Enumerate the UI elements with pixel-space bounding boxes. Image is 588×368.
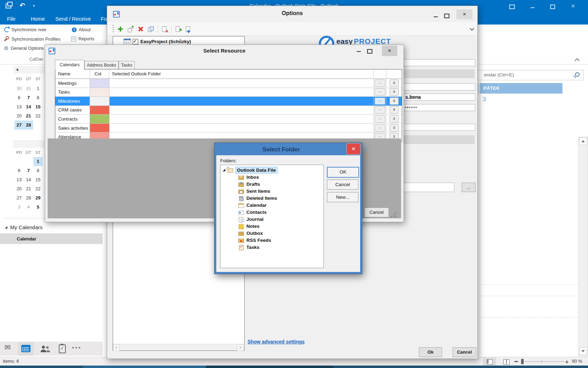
calendar-day[interactable]: 20 [14, 184, 24, 193]
add-icon[interactable] [117, 26, 124, 33]
resource-color-cell[interactable] [90, 115, 110, 123]
calendar-day[interactable]: 8 [33, 93, 43, 102]
maximize-icon[interactable] [550, 5, 555, 9]
browse-button[interactable]: ... [374, 97, 385, 105]
zoom-in-icon[interactable]: + [565, 359, 568, 365]
browse-button[interactable]: ... [374, 106, 385, 114]
browse-button[interactable]: ... [374, 124, 385, 132]
calendar-day[interactable]: 7 [24, 166, 33, 175]
resize-grip[interactable] [395, 212, 396, 213]
new-button[interactable]: New... [327, 192, 358, 202]
prev-month-icon[interactable] [16, 68, 18, 71]
ribbon-display-icon[interactable] [509, 5, 515, 9]
resource-folder-cell[interactable] [110, 106, 374, 115]
reports-button[interactable]: Reports [71, 36, 94, 41]
advanced-settings-link[interactable]: Show advanced settings [247, 339, 304, 345]
resource-folder-cell[interactable] [110, 97, 374, 105]
calendar-day[interactable]: 15 [33, 102, 43, 111]
remove-button[interactable]: x [390, 97, 399, 105]
ok-button[interactable]: OK [327, 167, 359, 178]
maximize-icon[interactable] [367, 49, 372, 54]
minimize-icon[interactable] [531, 7, 534, 8]
calendar-day[interactable]: 7 [24, 93, 33, 102]
tree-item[interactable]: Drafts [220, 180, 323, 188]
resource-folder-cell[interactable] [110, 88, 374, 97]
calendar-day[interactable]: 5 [33, 203, 43, 212]
cancel-button[interactable]: Cancel [327, 179, 358, 190]
tree-item[interactable]: Journal [220, 216, 323, 223]
tree-item[interactable]: Tasks [220, 244, 323, 251]
more-icon[interactable]: ••• [72, 345, 82, 350]
resource-row[interactable]: Contracts...x [55, 115, 402, 124]
copy-icon[interactable] [147, 26, 154, 33]
calendar-day[interactable] [24, 157, 33, 166]
tree-item[interactable]: Contacts [220, 209, 323, 216]
calendar-day[interactable]: 13 [14, 175, 24, 184]
tree-item[interactable]: Sent Items [220, 188, 323, 195]
tree-item[interactable]: RSS Feeds [220, 237, 323, 244]
delete-list-icon[interactable] [161, 26, 168, 33]
resource-folder-cell[interactable] [110, 115, 374, 123]
reading-view-icon[interactable] [503, 359, 510, 364]
calendar-day[interactable]: 21 [24, 184, 33, 193]
column-col[interactable]: Col [90, 69, 109, 79]
tab-address-books[interactable]: Address Books [84, 61, 119, 70]
resource-row[interactable]: Milestones...x [55, 97, 402, 106]
calendar-day[interactable]: 4 [24, 203, 33, 212]
delete-icon[interactable] [137, 26, 144, 33]
resource-folder-cell[interactable] [110, 79, 374, 88]
calendar-day[interactable] [33, 121, 43, 130]
tab-calendars[interactable]: Calendars [55, 60, 84, 70]
resource-row[interactable]: Sales activities...x [55, 124, 402, 133]
my-calendars-header[interactable]: My Calendars [5, 224, 43, 230]
calendar-day[interactable]: 6 [14, 166, 24, 175]
calendar-day[interactable]: 15 [33, 175, 43, 184]
calendar-day[interactable]: 28 [24, 193, 33, 203]
remove-button[interactable]: x [390, 124, 399, 132]
zoom-slider-handle[interactable] [521, 359, 524, 364]
resource-folder-cell[interactable] [110, 124, 374, 132]
profiles-hscrollbar[interactable]: ‹ › [113, 344, 244, 350]
export-icon[interactable] [175, 26, 182, 33]
calendar-day[interactable]: 22 [33, 111, 43, 121]
minimize-icon[interactable] [357, 51, 361, 52]
sidebar-item-calendar[interactable]: Calendar [0, 233, 103, 244]
tab-file[interactable]: File [7, 13, 15, 25]
minimize-icon[interactable] [434, 16, 438, 17]
calendar-day[interactable]: 1 [33, 84, 43, 93]
calendar-day[interactable]: 28 [24, 121, 33, 130]
calendar-scrollbar[interactable] [578, 137, 588, 356]
calendar-day[interactable]: 20 [14, 111, 24, 121]
calendar-day[interactable]: 8 [33, 166, 43, 175]
column-name[interactable]: Name [55, 69, 90, 79]
synchronize-now-button[interactable]: Synchronize now [4, 27, 46, 32]
mail-icon[interactable]: ✉ [5, 343, 11, 352]
calendar-day[interactable]: 1 [33, 157, 43, 166]
resource-row[interactable]: Meetings...x [55, 79, 402, 88]
remove-button[interactable]: x [390, 115, 399, 123]
browse-button[interactable]: ... [374, 88, 385, 96]
scroll-left-button[interactable]: ‹ [113, 344, 120, 351]
calendar-day[interactable]: 27 [14, 121, 24, 130]
close-icon[interactable]: ✕ [346, 143, 360, 155]
profile-checkbox[interactable] [133, 39, 138, 45]
resource-color-cell[interactable] [90, 124, 110, 132]
maximize-icon[interactable] [444, 14, 449, 18]
tree-item[interactable]: Notes [220, 223, 323, 230]
day-header[interactable]: PÁTEK [480, 83, 562, 94]
tab-home[interactable]: Home [31, 13, 45, 25]
calendar-day[interactable]: 3 [14, 203, 24, 212]
calendar-day[interactable]: 22 [33, 184, 43, 193]
scroll-right-button[interactable]: › [237, 344, 244, 351]
tree-item[interactable]: Outbox [220, 230, 323, 237]
people-icon[interactable] [40, 345, 50, 353]
tree-item-root[interactable]: Outlook Data File [220, 166, 323, 173]
import-icon[interactable] [185, 26, 192, 33]
synchronization-profiles-button[interactable]: Synchronization Profiles [4, 36, 60, 42]
ok-button[interactable]: Ok [419, 347, 442, 357]
zoom-out-icon[interactable] [514, 361, 518, 362]
tree-item[interactable]: Calendar [220, 202, 323, 209]
zoom-slider-track[interactable] [520, 361, 564, 362]
resource-color-cell[interactable] [90, 79, 110, 88]
tree-item[interactable]: Inbox [220, 173, 323, 180]
